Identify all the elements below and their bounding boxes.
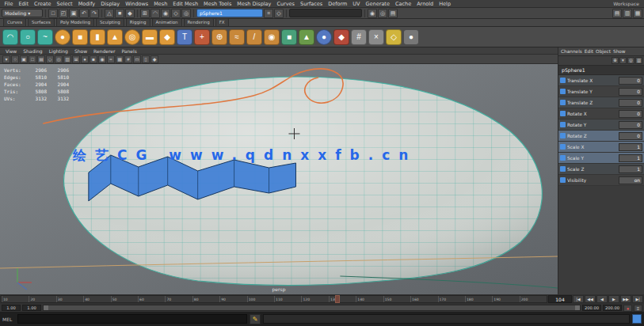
menu-item[interactable]: Mesh	[151, 0, 170, 8]
delete-history-icon[interactable]: ◆	[333, 29, 349, 45]
poly-cone-icon[interactable]: ▲	[107, 29, 123, 45]
curve-tool-icon[interactable]: ~	[37, 29, 53, 45]
menu-item[interactable]: Cache	[392, 0, 413, 8]
extrude-icon[interactable]: ▲	[299, 29, 314, 45]
snap-to-grid-button[interactable]: ⊞	[140, 9, 150, 18]
channel-box-menu-item[interactable]: Edit	[585, 49, 593, 54]
poly-cube-icon[interactable]: ■	[72, 29, 88, 45]
open-scene-button[interactable]: ◰	[59, 9, 68, 18]
light-icon[interactable]: ◇	[386, 29, 402, 45]
menu-item[interactable]: Arnold	[414, 0, 436, 8]
menu-item[interactable]: Deform	[326, 0, 350, 8]
sculpt-tool-icon[interactable]: +	[194, 29, 210, 45]
lock-camera-button[interactable]: ○	[11, 55, 19, 63]
channel-box-toggle[interactable]: ▦	[633, 9, 642, 18]
play-forward-button[interactable]: ▶	[608, 295, 619, 303]
help-line-toggle-button[interactable]	[632, 314, 642, 324]
go-to-start-button[interactable]: |◀	[573, 295, 584, 303]
script-editor-button[interactable]: ✎	[250, 314, 261, 324]
bookmarks-button[interactable]: □	[29, 55, 36, 63]
viewport-menu-item[interactable]: View	[2, 47, 20, 55]
viewport-menu-item[interactable]: Lighting	[46, 47, 71, 55]
range-slider-bar[interactable]	[43, 305, 581, 311]
nurbs-circle-icon[interactable]: ○	[20, 29, 36, 45]
shelf-tab[interactable]: Curves	[3, 18, 26, 26]
shadows-button[interactable]: ■	[90, 55, 97, 63]
workspace-selector[interactable]: Workspace	[610, 1, 642, 6]
channel-hyperbolic-button[interactable]: ◎	[627, 57, 634, 64]
channel-row[interactable]: Rotate Y 0	[558, 119, 644, 131]
channel-value-field[interactable]: 0	[619, 77, 642, 85]
poly-sphere-icon[interactable]: ●	[55, 29, 70, 45]
ambient-occlusion-button[interactable]: ◉	[98, 55, 106, 63]
make-live-button[interactable]: ◎	[181, 9, 191, 18]
grid-toggle-button[interactable]: #	[124, 55, 132, 63]
channel-value-field[interactable]: 0	[619, 132, 642, 140]
oversampling-button[interactable]: ◎	[55, 55, 63, 63]
go-to-end-button[interactable]: ▶|	[632, 295, 643, 303]
animation-end-field[interactable]: 200.00	[603, 305, 622, 311]
selection-name-field[interactable]: pSphere1	[196, 9, 263, 17]
channel-box-menu-item[interactable]: Show	[613, 49, 626, 54]
current-time-marker[interactable]	[335, 295, 340, 303]
shelf-tab[interactable]: FX	[215, 18, 229, 26]
channel-value-field[interactable]: 0	[619, 121, 642, 129]
viewport-menu-item[interactable]: Panels	[118, 47, 139, 55]
animation-start-field[interactable]: 1.00	[2, 305, 21, 311]
film-gate-button[interactable]: ▭	[133, 55, 141, 63]
quad-draw-icon[interactable]: ■	[281, 29, 297, 45]
multi-cut-icon[interactable]: /	[246, 29, 262, 45]
playback-start-field[interactable]: 1.00	[22, 305, 41, 311]
channel-row[interactable]: Rotate X 0	[558, 108, 644, 119]
playback-end-field[interactable]: 200.00	[582, 305, 601, 311]
viewport-menu-item[interactable]: Renderer	[90, 47, 118, 55]
menu-item[interactable]: Curves	[274, 0, 298, 8]
shelf-tab[interactable]: Poly Modeling	[56, 18, 94, 26]
snap-to-curve-button[interactable]: ◠	[151, 9, 160, 18]
nurbs-sphere-icon[interactable]: ◠	[2, 29, 18, 45]
channel-value-field[interactable]: on	[619, 176, 642, 184]
channel-row[interactable]: Scale Y 1	[558, 153, 644, 164]
channel-value-field[interactable]: 0	[619, 99, 642, 107]
menu-set-dropdown[interactable]: Modeling ▾	[2, 9, 43, 17]
menu-item[interactable]: File	[2, 0, 16, 8]
snap-to-plane-button[interactable]: ◇	[171, 9, 181, 18]
select-by-component-button[interactable]: ◆	[125, 9, 135, 18]
channel-row[interactable]: Translate Z 0	[558, 97, 644, 108]
time-slider-track[interactable]: 1020304050607080901001101201301401501601…	[1, 295, 547, 303]
menu-item[interactable]: Windows	[123, 0, 151, 8]
redo-button[interactable]: ↷	[90, 9, 99, 18]
animation-preferences-button[interactable]: ≡	[634, 305, 642, 312]
step-forward-frame-button[interactable]: ▶▶	[620, 295, 631, 303]
image-plane-button[interactable]: ▤	[37, 55, 45, 63]
range-start-handle[interactable]	[44, 305, 48, 310]
auto-key-button[interactable]: ●	[623, 305, 632, 312]
viewport-canvas[interactable]: Verts: 2906 2906 Edges: 5810 5810 Faces:	[0, 64, 558, 294]
viewport-menu-item[interactable]: Shading	[20, 47, 45, 55]
new-scene-button[interactable]: □	[48, 9, 58, 18]
menu-item[interactable]: Mesh Display	[234, 0, 274, 8]
channel-value-field[interactable]: 1	[619, 143, 642, 151]
poly-torus-icon[interactable]: ◎	[124, 29, 140, 45]
default-material-button[interactable]: ●	[81, 55, 89, 63]
object-name-field[interactable]: pSphere1	[558, 66, 644, 75]
pan-zoom-button[interactable]: ◇	[46, 55, 54, 63]
render-button[interactable]: ◉	[368, 9, 377, 18]
channel-row[interactable]: Visibility on	[558, 175, 644, 186]
poly-platonic-icon[interactable]: ◆	[159, 29, 175, 45]
menu-item[interactable]: Select	[54, 0, 75, 8]
text-tool-icon[interactable]: T	[177, 29, 192, 45]
channel-value-field[interactable]: 1	[619, 165, 642, 173]
menu-item[interactable]: Edit Mesh	[170, 0, 201, 8]
command-language-label[interactable]: MEL	[2, 317, 15, 322]
menu-item[interactable]: Edit	[16, 0, 32, 8]
isolate-select-button[interactable]: ◆	[151, 55, 158, 63]
wireframe-on-shaded-button[interactable]: ⊞	[72, 55, 80, 63]
menu-item[interactable]: Help	[436, 0, 454, 8]
channel-row[interactable]: Scale X 1	[558, 142, 644, 153]
resolution-gate-button[interactable]: ▯	[142, 55, 150, 63]
viewport-menu-item[interactable]: Show	[71, 47, 90, 55]
smooth-mesh-icon[interactable]: ≈	[229, 29, 245, 45]
menu-item[interactable]: Modify	[75, 0, 98, 8]
menu-item[interactable]: Surfaces	[298, 0, 326, 8]
